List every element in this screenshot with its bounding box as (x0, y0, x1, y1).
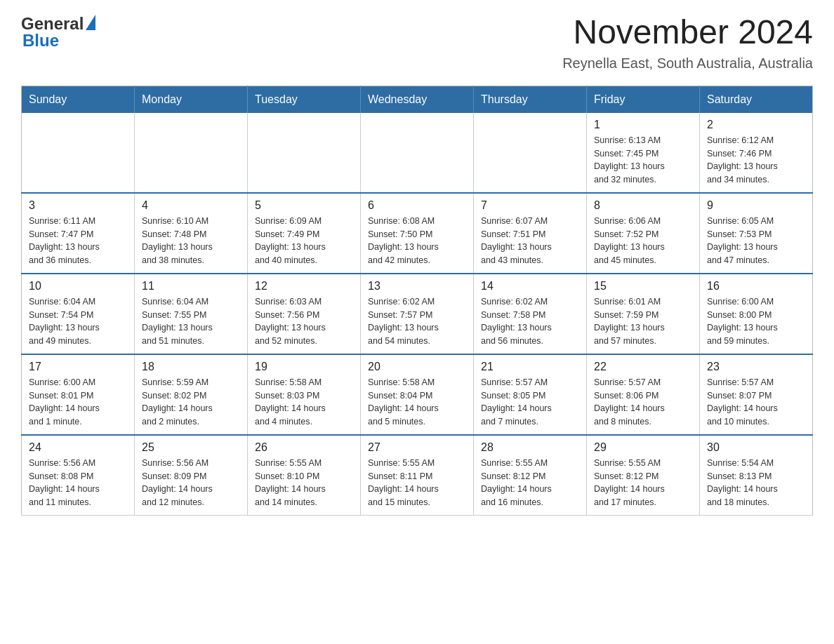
calendar-cell: 10Sunrise: 6:04 AM Sunset: 7:54 PM Dayli… (22, 274, 135, 354)
day-number: 13 (368, 280, 466, 293)
day-info: Sunrise: 6:09 AM Sunset: 7:49 PM Dayligh… (255, 215, 353, 267)
day-number: 9 (707, 199, 805, 212)
calendar-header-row: SundayMondayTuesdayWednesdayThursdayFrid… (22, 86, 813, 113)
day-info: Sunrise: 6:04 AM Sunset: 7:54 PM Dayligh… (29, 295, 127, 348)
day-number: 20 (368, 361, 466, 373)
calendar-cell: 22Sunrise: 5:57 AM Sunset: 8:06 PM Dayli… (587, 354, 700, 435)
day-info: Sunrise: 5:57 AM Sunset: 8:07 PM Dayligh… (707, 376, 805, 429)
day-number: 30 (707, 441, 805, 454)
day-info: Sunrise: 6:04 AM Sunset: 7:55 PM Dayligh… (142, 295, 240, 348)
calendar-cell: 11Sunrise: 6:04 AM Sunset: 7:55 PM Dayli… (135, 274, 248, 354)
day-info: Sunrise: 5:55 AM Sunset: 8:12 PM Dayligh… (481, 457, 579, 509)
day-number: 29 (594, 441, 692, 454)
day-info: Sunrise: 6:12 AM Sunset: 7:46 PM Dayligh… (707, 134, 805, 187)
calendar-cell (22, 113, 135, 193)
day-info: Sunrise: 5:59 AM Sunset: 8:02 PM Dayligh… (142, 376, 240, 429)
day-number: 26 (255, 441, 353, 454)
calendar-header-friday: Friday (587, 86, 700, 113)
calendar-cell: 7Sunrise: 6:07 AM Sunset: 7:51 PM Daylig… (474, 193, 587, 274)
day-info: Sunrise: 6:03 AM Sunset: 7:56 PM Dayligh… (255, 295, 353, 348)
calendar-cell: 6Sunrise: 6:08 AM Sunset: 7:50 PM Daylig… (361, 193, 474, 274)
calendar-cell: 16Sunrise: 6:00 AM Sunset: 8:00 PM Dayli… (700, 274, 813, 354)
calendar-week-1: 1Sunrise: 6:13 AM Sunset: 7:45 PM Daylig… (22, 113, 813, 193)
day-info: Sunrise: 6:07 AM Sunset: 7:51 PM Dayligh… (481, 215, 579, 267)
calendar-cell: 29Sunrise: 5:55 AM Sunset: 8:12 PM Dayli… (587, 435, 700, 516)
header: General Blue November 2024 Reynella East… (21, 14, 813, 72)
calendar-cell: 17Sunrise: 6:00 AM Sunset: 8:01 PM Dayli… (22, 354, 135, 435)
day-number: 24 (29, 441, 127, 454)
calendar-cell (248, 113, 361, 193)
calendar-cell: 27Sunrise: 5:55 AM Sunset: 8:11 PM Dayli… (361, 435, 474, 516)
day-info: Sunrise: 5:58 AM Sunset: 8:03 PM Dayligh… (255, 376, 353, 429)
calendar-cell: 24Sunrise: 5:56 AM Sunset: 8:08 PM Dayli… (22, 435, 135, 516)
calendar-cell: 5Sunrise: 6:09 AM Sunset: 7:49 PM Daylig… (248, 193, 361, 274)
day-info: Sunrise: 5:55 AM Sunset: 8:11 PM Dayligh… (368, 457, 466, 509)
calendar-cell: 9Sunrise: 6:05 AM Sunset: 7:53 PM Daylig… (700, 193, 813, 274)
calendar-cell: 25Sunrise: 5:56 AM Sunset: 8:09 PM Dayli… (135, 435, 248, 516)
day-info: Sunrise: 6:05 AM Sunset: 7:53 PM Dayligh… (707, 215, 805, 267)
main-title: November 2024 (562, 14, 813, 51)
day-number: 7 (481, 199, 579, 212)
calendar-header-sunday: Sunday (22, 86, 135, 113)
day-number: 10 (29, 280, 127, 293)
day-info: Sunrise: 6:06 AM Sunset: 7:52 PM Dayligh… (594, 215, 692, 267)
day-number: 19 (255, 361, 353, 373)
day-info: Sunrise: 5:55 AM Sunset: 8:10 PM Dayligh… (255, 457, 353, 509)
calendar-week-5: 24Sunrise: 5:56 AM Sunset: 8:08 PM Dayli… (22, 435, 813, 516)
calendar-cell (361, 113, 474, 193)
logo: General Blue (21, 14, 95, 51)
calendar-cell: 14Sunrise: 6:02 AM Sunset: 7:58 PM Dayli… (474, 274, 587, 354)
calendar-cell: 15Sunrise: 6:01 AM Sunset: 7:59 PM Dayli… (587, 274, 700, 354)
calendar-cell: 28Sunrise: 5:55 AM Sunset: 8:12 PM Dayli… (474, 435, 587, 516)
day-number: 11 (142, 280, 240, 293)
subtitle: Reynella East, South Australia, Australi… (562, 55, 813, 72)
day-info: Sunrise: 5:58 AM Sunset: 8:04 PM Dayligh… (368, 376, 466, 429)
day-number: 18 (142, 361, 240, 373)
calendar-cell: 26Sunrise: 5:55 AM Sunset: 8:10 PM Dayli… (248, 435, 361, 516)
day-info: Sunrise: 5:54 AM Sunset: 8:13 PM Dayligh… (707, 457, 805, 509)
day-number: 22 (594, 361, 692, 373)
day-number: 21 (481, 361, 579, 373)
day-info: Sunrise: 5:57 AM Sunset: 8:06 PM Dayligh… (594, 376, 692, 429)
calendar-header-monday: Monday (135, 86, 248, 113)
day-info: Sunrise: 6:02 AM Sunset: 7:58 PM Dayligh… (481, 295, 579, 348)
day-info: Sunrise: 5:56 AM Sunset: 8:09 PM Dayligh… (142, 457, 240, 509)
calendar-cell: 4Sunrise: 6:10 AM Sunset: 7:48 PM Daylig… (135, 193, 248, 274)
calendar-cell: 19Sunrise: 5:58 AM Sunset: 8:03 PM Dayli… (248, 354, 361, 435)
calendar-header-thursday: Thursday (474, 86, 587, 113)
calendar-header-saturday: Saturday (700, 86, 813, 113)
calendar-cell: 12Sunrise: 6:03 AM Sunset: 7:56 PM Dayli… (248, 274, 361, 354)
day-info: Sunrise: 6:02 AM Sunset: 7:57 PM Dayligh… (368, 295, 466, 348)
logo-triangle-icon (86, 15, 95, 30)
calendar-cell: 21Sunrise: 5:57 AM Sunset: 8:05 PM Dayli… (474, 354, 587, 435)
day-info: Sunrise: 6:01 AM Sunset: 7:59 PM Dayligh… (594, 295, 692, 348)
calendar-week-3: 10Sunrise: 6:04 AM Sunset: 7:54 PM Dayli… (22, 274, 813, 354)
day-info: Sunrise: 6:08 AM Sunset: 7:50 PM Dayligh… (368, 215, 466, 267)
calendar-cell: 3Sunrise: 6:11 AM Sunset: 7:47 PM Daylig… (22, 193, 135, 274)
calendar-cell: 13Sunrise: 6:02 AM Sunset: 7:57 PM Dayli… (361, 274, 474, 354)
day-number: 23 (707, 361, 805, 373)
calendar-cell: 1Sunrise: 6:13 AM Sunset: 7:45 PM Daylig… (587, 113, 700, 193)
day-number: 17 (29, 361, 127, 373)
day-number: 6 (368, 199, 466, 212)
day-number: 12 (255, 280, 353, 293)
day-info: Sunrise: 6:10 AM Sunset: 7:48 PM Dayligh… (142, 215, 240, 267)
day-number: 15 (594, 280, 692, 293)
calendar-cell: 30Sunrise: 5:54 AM Sunset: 8:13 PM Dayli… (700, 435, 813, 516)
calendar-header-tuesday: Tuesday (248, 86, 361, 113)
day-info: Sunrise: 6:00 AM Sunset: 8:01 PM Dayligh… (29, 376, 127, 429)
day-number: 4 (142, 199, 240, 212)
calendar-cell: 23Sunrise: 5:57 AM Sunset: 8:07 PM Dayli… (700, 354, 813, 435)
day-number: 3 (29, 199, 127, 212)
calendar-week-4: 17Sunrise: 6:00 AM Sunset: 8:01 PM Dayli… (22, 354, 813, 435)
calendar-cell: 20Sunrise: 5:58 AM Sunset: 8:04 PM Dayli… (361, 354, 474, 435)
calendar-cell: 2Sunrise: 6:12 AM Sunset: 7:46 PM Daylig… (700, 113, 813, 193)
calendar-cell: 8Sunrise: 6:06 AM Sunset: 7:52 PM Daylig… (587, 193, 700, 274)
day-info: Sunrise: 5:57 AM Sunset: 8:05 PM Dayligh… (481, 376, 579, 429)
day-number: 14 (481, 280, 579, 293)
day-number: 1 (594, 119, 692, 131)
day-number: 27 (368, 441, 466, 454)
day-info: Sunrise: 5:55 AM Sunset: 8:12 PM Dayligh… (594, 457, 692, 509)
calendar-header-wednesday: Wednesday (361, 86, 474, 113)
day-number: 28 (481, 441, 579, 454)
